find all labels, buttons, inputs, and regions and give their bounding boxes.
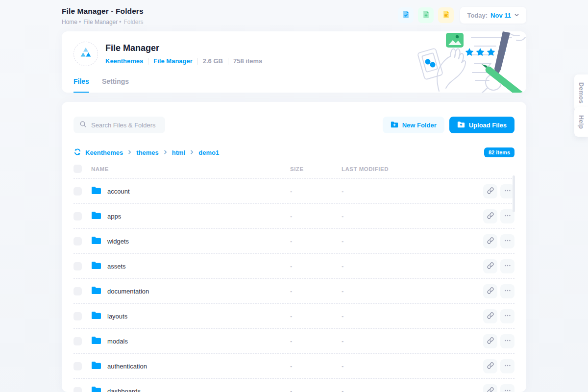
row-checkbox[interactable] [74,362,82,370]
topbar-left: File Manager - Folders Home• File Manage… [62,7,144,25]
storage-size: 2.6 GB [203,57,223,65]
folder-name[interactable]: authentication [107,363,147,370]
folder-icon [91,211,101,221]
upload-files-button[interactable]: Upload Files [449,117,514,133]
folder-upload-icon [457,121,465,129]
link-icon [487,337,494,345]
last-modified: - [342,188,478,195]
row-checkbox[interactable] [74,287,82,295]
column-name: NAME [91,166,290,172]
folder-icon [91,336,101,346]
path-demo1[interactable]: demo1 [198,149,219,156]
row-checkbox[interactable] [74,212,82,220]
table-row: documentation - - [74,279,514,304]
file-plus-icon [422,10,430,21]
table-row: authentication - - [74,354,514,379]
files-toolbar: New Folder Upload Files [74,117,514,133]
separator [228,58,228,65]
column-modified: LAST MODIFIED [342,166,478,172]
link-icon [487,362,494,370]
row-checkbox[interactable] [74,312,82,320]
folder-name[interactable]: widgets [107,238,129,245]
date-prefix: Today: [467,12,488,19]
page: File Manager - Folders Home• File Manage… [0,0,588,392]
file-table-body: account - - apps - - [74,179,514,392]
help-side-tab[interactable]: Help [574,107,588,137]
table-row: account - - [74,179,514,204]
action-buttons: New Folder Upload Files [383,117,514,133]
folder-icon [91,236,101,246]
folder-name[interactable]: dashboards [107,388,141,392]
copy-link-button[interactable] [483,384,497,392]
link-icon [487,212,494,220]
last-modified: - [342,363,478,370]
search-input[interactable] [91,122,159,129]
copy-link-button[interactable] [483,209,497,223]
more-actions-button[interactable] [500,359,514,373]
chevron-right-icon [127,149,132,156]
last-modified: - [342,313,478,320]
folder-name[interactable]: documentation [107,288,149,295]
file-plus-button[interactable] [418,7,434,23]
row-checkbox[interactable] [74,337,82,345]
more-actions-button[interactable] [500,334,514,348]
folder-name[interactable]: modals [107,338,128,345]
more-actions-button[interactable] [500,284,514,298]
file-size: - [290,213,342,220]
topbar-actions: Today: Nov 11 [398,7,526,24]
copy-link-button[interactable] [483,309,497,323]
copy-link-button[interactable] [483,359,497,373]
tab-settings[interactable]: Settings [102,77,129,93]
folder-name[interactable]: apps [107,213,121,220]
copy-link-button[interactable] [483,184,497,198]
demos-side-tab[interactable]: Demos [574,74,588,111]
row-checkbox[interactable] [74,387,82,392]
date-picker-button[interactable]: Today: Nov 11 [460,7,526,24]
link-icon [487,187,494,196]
hero-link-keenthemes[interactable]: Keenthemes [105,57,143,65]
table-row: apps - - [74,204,514,229]
copy-link-button[interactable] [483,259,497,273]
breadcrumb-home[interactable]: Home [62,19,77,25]
column-size: SIZE [290,166,342,172]
more-actions-button[interactable] [500,384,514,392]
file-lines-button[interactable] [438,7,454,23]
more-actions-button[interactable] [500,309,514,323]
folder-name[interactable]: account [107,188,130,195]
more-actions-button[interactable] [500,259,514,273]
row-checkbox[interactable] [74,262,82,270]
row-checkbox[interactable] [74,237,82,245]
new-folder-button[interactable]: New Folder [383,117,444,133]
folder-icon [91,386,101,392]
file-size: - [290,188,342,195]
file-size: - [290,263,342,270]
file-size: - [290,363,342,370]
folder-icon [91,286,101,296]
new-folder-label: New Folder [402,122,437,129]
table-scrollbar[interactable] [513,175,515,212]
folder-name[interactable]: assets [107,263,126,270]
select-all-checkbox[interactable] [74,165,82,173]
link-icon [487,387,494,392]
folder-name[interactable]: layouts [107,313,127,320]
copy-link-button[interactable] [483,334,497,348]
file-manager-hero-card: File Manager Keenthemes File Manager 2.6… [62,31,526,93]
ellipsis-icon [504,262,511,270]
row-checkbox[interactable] [74,187,82,196]
sync-icon[interactable] [74,148,81,157]
tab-files[interactable]: Files [74,77,89,93]
path-themes[interactable]: themes [136,149,159,156]
file-check-button[interactable] [398,7,414,23]
path-keenthemes[interactable]: Keenthemes [85,149,123,156]
ellipsis-icon [504,187,511,196]
more-actions-button[interactable] [500,234,514,248]
path-html[interactable]: html [172,149,185,156]
file-size: - [290,313,342,320]
upload-files-label: Upload Files [469,122,507,129]
hero-title: File Manager [105,43,262,53]
copy-link-button[interactable] [483,234,497,248]
copy-link-button[interactable] [483,284,497,298]
items-count: 758 items [233,57,262,65]
breadcrumb-file-manager[interactable]: File Manager [83,19,118,25]
hero-link-file-manager[interactable]: File Manager [153,57,192,65]
